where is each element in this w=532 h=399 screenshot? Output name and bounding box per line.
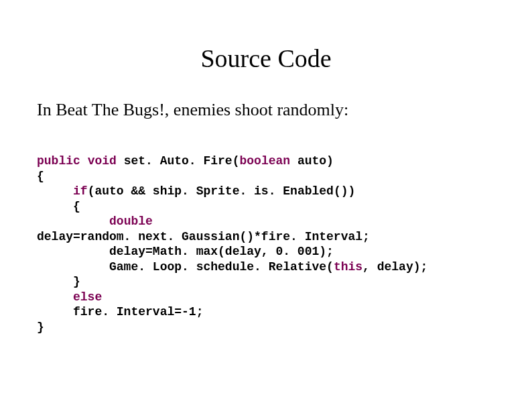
code-math-line: delay=Math. max(delay, 0. 001);: [37, 245, 334, 258]
code-indent2: [37, 215, 109, 228]
code-else-body: fire. Interval=-1;: [37, 305, 203, 319]
keyword-double: double: [109, 215, 153, 228]
code-block: public void set. Auto. Fire(boolean auto…: [37, 154, 495, 335]
code-indent: [37, 290, 73, 304]
code-if-cond: (auto && ship. Sprite. is. Enabled()): [88, 184, 356, 198]
keyword-else: else: [73, 290, 102, 304]
code-schedule-pre: Game. Loop. schedule. Relative(: [37, 260, 334, 274]
code-schedule-post: , delay);: [362, 260, 427, 274]
keyword-this: this: [334, 260, 362, 274]
code-brace-close: }: [37, 321, 44, 334]
keyword-if: if: [73, 184, 88, 198]
code-inner-brace-close: }: [37, 275, 80, 288]
slide: Source Code In Beat The Bugs!, enemies s…: [0, 0, 532, 399]
keyword-boolean: boolean: [239, 154, 290, 168]
code-indent: [37, 184, 73, 198]
code-method-sig: set. Auto. Fire(: [117, 154, 240, 168]
code-inner-brace-open: {: [37, 200, 80, 213]
slide-title: Source Code: [37, 44, 495, 73]
keyword-void: void: [88, 154, 117, 168]
keyword-public: public: [37, 154, 80, 168]
code-brace-open: {: [37, 170, 44, 183]
slide-intro: In Beat The Bugs!, enemies shoot randoml…: [37, 100, 495, 120]
code-method-sig-end: auto): [290, 154, 334, 168]
code-delay-line: delay=random. next. Gaussian()*fire. Int…: [37, 230, 370, 243]
